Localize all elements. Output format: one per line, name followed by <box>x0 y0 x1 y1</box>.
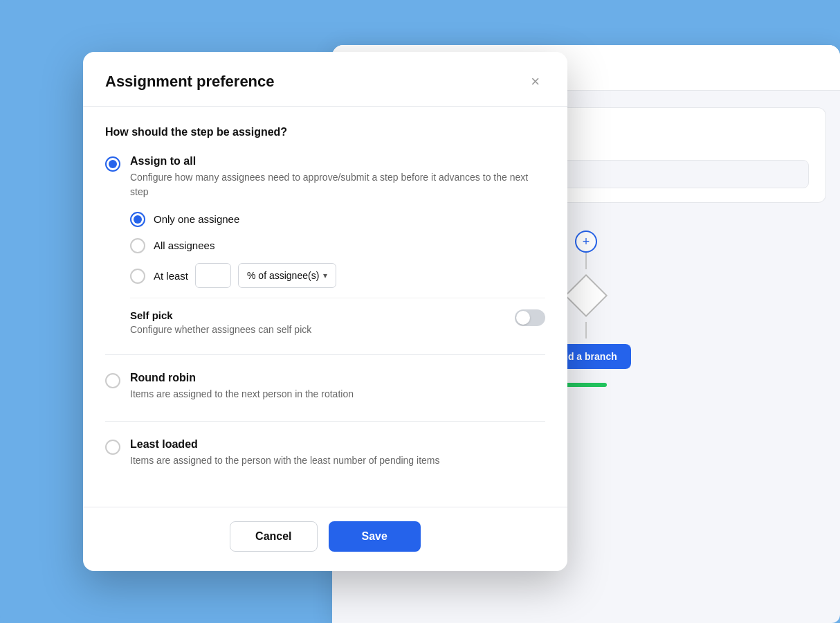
save-button[interactable]: Save <box>329 521 421 552</box>
at-least-dropdown-label: % of assignee(s) <box>247 270 319 281</box>
all-assignees-label: All assignees <box>154 240 214 251</box>
self-pick-row: Self pick Configure whether assignees ca… <box>130 298 545 335</box>
modal-footer: Cancel Save <box>83 507 567 571</box>
only-one-label: Only one assignee <box>154 213 239 225</box>
section-question: How should the step be assigned? <box>105 126 545 138</box>
round-robin-title: Round robin <box>130 372 545 384</box>
assign-all-desc: Configure how many assignees need to app… <box>130 170 545 199</box>
option-round-robin[interactable]: Round robin Items are assigned to the ne… <box>105 372 545 401</box>
assign-all-content: Assign to all Configure how many assigne… <box>130 155 545 335</box>
option-assign-all[interactable]: Assign to all Configure how many assigne… <box>105 155 545 335</box>
least-loaded-desc: Items are assigned to the person with th… <box>130 453 545 468</box>
close-button[interactable]: × <box>525 71 545 92</box>
round-robin-content: Round robin Items are assigned to the ne… <box>130 372 545 401</box>
chevron-down-icon: ▾ <box>323 271 327 280</box>
section-divider-1 <box>105 354 545 355</box>
radio-least-loaded[interactable] <box>105 440 120 455</box>
radio-only-one[interactable] <box>130 212 145 227</box>
sub-option-all-assignees[interactable]: All assignees <box>130 237 545 253</box>
self-pick-content: Self pick Configure whether assignees ca… <box>130 309 504 335</box>
sub-option-at-least[interactable]: At least % of assignee(s) ▾ <box>130 263 545 288</box>
at-least-row: At least % of assignee(s) ▾ <box>154 263 336 288</box>
toggle-knob <box>516 311 530 325</box>
sub-option-only-one[interactable]: Only one assignee <box>130 210 545 227</box>
modal-body: How should the step be assigned? Assign … <box>83 107 567 507</box>
option-least-loaded[interactable]: Least loaded Items are assigned to the p… <box>105 438 545 468</box>
at-least-input[interactable] <box>195 263 231 288</box>
least-loaded-title: Least loaded <box>130 438 545 451</box>
modal-header: Assignment preference × <box>83 52 567 107</box>
radio-round-robin[interactable] <box>105 373 120 388</box>
modal-overlay: Assignment preference × How should the s… <box>0 0 840 623</box>
at-least-label: At least <box>154 270 188 282</box>
sub-options: Only one assignee All assignees At least <box>130 210 545 288</box>
least-loaded-content: Least loaded Items are assigned to the p… <box>130 438 545 468</box>
section-divider-2 <box>105 421 545 422</box>
radio-at-least[interactable] <box>130 269 145 284</box>
cancel-button[interactable]: Cancel <box>230 521 317 552</box>
at-least-dropdown[interactable]: % of assignee(s) ▾ <box>238 263 336 288</box>
assignment-preference-modal: Assignment preference × How should the s… <box>83 52 567 571</box>
round-robin-desc: Items are assigned to the next person in… <box>130 387 545 401</box>
self-pick-label: Self pick <box>130 309 504 321</box>
assign-all-title: Assign to all <box>130 155 545 168</box>
radio-assign-all[interactable] <box>105 156 120 172</box>
self-pick-desc: Configure whether assignees can self pic… <box>130 324 504 335</box>
self-pick-toggle[interactable] <box>515 309 545 326</box>
modal-title: Assignment preference <box>105 73 275 91</box>
radio-all-assignees[interactable] <box>130 238 145 253</box>
